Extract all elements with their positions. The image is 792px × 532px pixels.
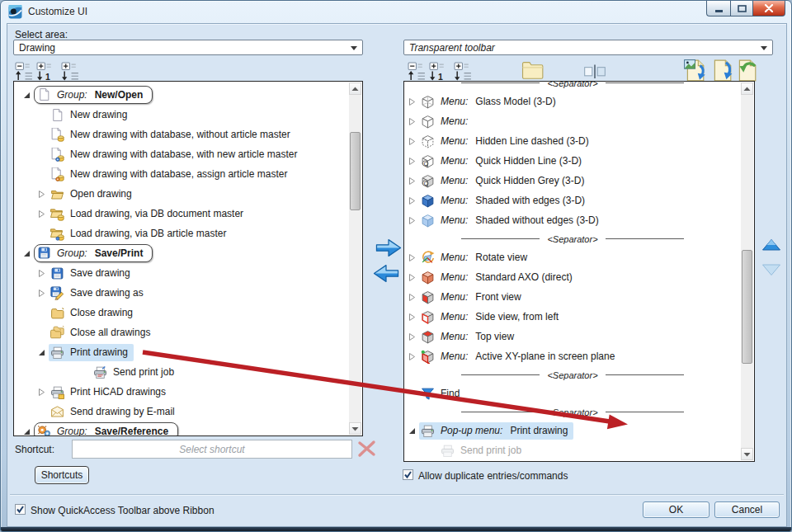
minimize-button[interactable] (706, 1, 730, 16)
group-row[interactable]: Group:Save/Print (14, 243, 349, 263)
move-left-button[interactable] (370, 261, 402, 285)
group-row[interactable]: Group:New/Open (14, 85, 349, 105)
collapse-expander-icon[interactable] (21, 250, 32, 257)
tree-row[interactable]: Menu:Glass Model (3-D) (404, 92, 741, 111)
expand-expander-icon[interactable] (406, 158, 417, 165)
remove-shortcut-button[interactable] (355, 437, 378, 460)
maximize-button[interactable] (730, 1, 753, 16)
tree-row[interactable]: Menu:Rotate view (404, 247, 741, 267)
expand-expander-icon[interactable] (35, 210, 47, 218)
item-prefix: Menu: (441, 311, 468, 322)
scrollbar-thumb[interactable] (742, 250, 752, 364)
expand-expander-icon[interactable] (406, 138, 417, 145)
scroll-down-icon[interactable] (349, 422, 361, 435)
shortcuts-button[interactable]: Shortcuts (35, 466, 89, 484)
tree-row[interactable]: Send print job (404, 440, 741, 460)
tree-row[interactable]: Save drawing (14, 263, 349, 283)
tree-row[interactable]: Menu: (404, 111, 741, 131)
tree-row[interactable]: New drawing with database, without artic… (14, 125, 349, 144)
collapse-expander-icon[interactable] (35, 349, 47, 356)
ok-button[interactable]: OK (643, 501, 710, 518)
tree-row[interactable]: Print drawing (14, 342, 349, 362)
quickaccess-checkbox[interactable] (15, 504, 26, 515)
expand-expander-icon[interactable] (35, 270, 47, 277)
expand-all-button[interactable] (452, 60, 474, 82)
new-group-button[interactable] (519, 59, 547, 82)
tree-row[interactable]: Load drawing, via DB article master (14, 224, 349, 243)
collapse-expander-icon[interactable] (21, 92, 32, 99)
toolbar-select[interactable]: Transparent toolbar (403, 40, 773, 55)
expand-expander-icon[interactable] (35, 191, 47, 198)
scrollbar[interactable] (741, 82, 753, 460)
tree-row[interactable]: Close all drawings (14, 322, 349, 342)
tree-row[interactable]: Pop-up menu:Print drawing (404, 421, 741, 440)
cancel-button[interactable]: Cancel (714, 501, 780, 518)
expand-expander-icon[interactable] (406, 98, 417, 106)
expand-expander-icon[interactable] (406, 333, 417, 341)
expand-all-button[interactable] (59, 60, 81, 82)
collapse-expander-icon[interactable] (406, 427, 417, 435)
allow-duplicates-checkbox[interactable] (403, 469, 413, 480)
expand-expander-icon[interactable] (406, 254, 417, 261)
tree-row[interactable]: Menu:Hidden Line dashed (3-D) (404, 131, 741, 151)
tree-row[interactable]: New drawing with database, with new arti… (14, 144, 349, 164)
tree-row[interactable]: QMenu:Quick Hidden Line (3-D) (404, 151, 741, 171)
move-up-button[interactable] (761, 238, 782, 252)
expand-expander-icon[interactable] (406, 274, 417, 281)
shortcut-input[interactable] (72, 440, 352, 459)
expand-one-level-icon: 1 (36, 62, 55, 81)
tree-row[interactable]: Menu:Active XY-plane in screen plane (404, 346, 741, 366)
scroll-up-icon[interactable] (741, 82, 753, 95)
tree-row[interactable]: New drawing (14, 105, 349, 125)
expand-expander-icon[interactable] (35, 388, 47, 396)
move-right-button[interactable] (373, 236, 404, 260)
tree-row[interactable]: Save drawing as (14, 283, 349, 303)
tree-row[interactable]: QMenu:Quick Hidden Grey (3-D) (404, 171, 741, 191)
tree-row[interactable]: New drawing with database, assign articl… (14, 164, 349, 184)
area-select[interactable]: Drawing (13, 40, 363, 55)
scrollbar-thumb[interactable] (350, 132, 361, 210)
expand-expander-icon[interactable] (406, 118, 417, 125)
tree-row[interactable]: Find (404, 384, 741, 403)
expand-expander-icon[interactable] (406, 177, 417, 185)
reset-button[interactable] (734, 58, 759, 82)
scrollbar-track[interactable] (741, 95, 753, 448)
collapse-all-button[interactable] (406, 60, 427, 82)
scroll-down-icon[interactable] (741, 448, 753, 460)
tree-row[interactable]: Menu:Front view (404, 287, 741, 307)
expand-expander-icon[interactable] (406, 197, 417, 205)
titlebar[interactable]: Customize UI (1, 1, 791, 23)
cube-top-icon (421, 330, 435, 344)
expand-expander-icon[interactable] (406, 217, 417, 224)
tree-row[interactable]: Send drawing by E-mail (14, 402, 349, 421)
tree-row[interactable]: Load drawing, via DB document master (14, 204, 349, 224)
tree-row[interactable]: Send print job (14, 362, 349, 382)
expand-one-level-button[interactable]: 1 (35, 60, 56, 82)
expand-one-level-button[interactable]: 1 (427, 60, 449, 82)
expand-expander-icon[interactable] (35, 290, 47, 297)
tree-row[interactable]: Close drawing (14, 303, 349, 322)
collapse-all-button[interactable] (13, 60, 35, 82)
insert-separator-button[interactable] (582, 62, 608, 82)
tree-row[interactable]: Print HiCAD drawings (14, 382, 349, 402)
item-label: New/Open (95, 89, 144, 101)
tree-row[interactable]: Menu:Top view (404, 327, 741, 346)
close-button[interactable] (753, 1, 785, 16)
group-row[interactable]: Group:Save/Reference (14, 421, 349, 436)
scrollbar-track[interactable] (349, 95, 361, 422)
item-label: Save drawing (70, 267, 130, 279)
insert-image-entry-button[interactable] (682, 58, 707, 82)
tree-row[interactable]: Open drawing (14, 184, 349, 204)
scroll-up-icon[interactable] (349, 82, 361, 95)
tree-row[interactable]: Menu:Standard AXO (direct) (404, 267, 741, 287)
move-down-button[interactable] (761, 262, 782, 277)
scrollbar[interactable] (349, 82, 361, 435)
insert-entry-button[interactable] (710, 58, 734, 82)
expand-expander-icon[interactable] (406, 353, 417, 360)
expand-expander-icon[interactable] (406, 294, 417, 301)
expand-expander-icon[interactable] (406, 313, 417, 321)
collapse-expander-icon[interactable] (21, 428, 32, 435)
tree-row[interactable]: Menu:Shaded with edges (3-D) (404, 191, 741, 210)
tree-row[interactable]: Menu:Side view, from left (404, 307, 741, 327)
tree-row[interactable]: Menu:Shaded without edges (3-D) (404, 210, 741, 230)
